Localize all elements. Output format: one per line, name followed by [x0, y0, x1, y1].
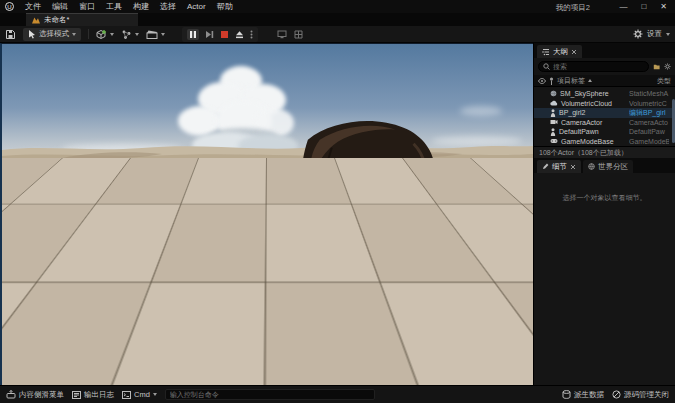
frame-skip-button[interactable] [205, 30, 214, 39]
tab-world-partition[interactable]: 世界分区 [583, 160, 633, 173]
details-empty-state: 选择一个对象以查看细节。 [534, 173, 675, 385]
asset-tab-bar: 未命名* [0, 13, 675, 26]
derived-data-icon [562, 390, 571, 399]
menu-tools[interactable]: 工具 [106, 1, 122, 12]
outliner-row-defaultpawn[interactable]: DefaultPawn DefaultPaw [534, 127, 675, 137]
camera-icon [550, 119, 558, 125]
left-joystick-knob[interactable] [80, 316, 114, 350]
close-button[interactable]: ✕ [660, 2, 667, 11]
actor-count-label: 108个Actor（108个已加载） [539, 148, 628, 158]
actor-name: VolumetricCloud [561, 100, 612, 107]
sort-ascending-icon [588, 79, 592, 82]
menu-build[interactable]: 构建 [133, 1, 149, 12]
column-item-label[interactable]: 项目标签 [557, 76, 585, 86]
minimize-button[interactable]: — [619, 2, 627, 11]
eject-button[interactable] [235, 30, 244, 39]
menu-help[interactable]: 帮助 [217, 1, 233, 12]
close-icon[interactable] [571, 49, 577, 55]
menu-actor[interactable]: Actor [187, 2, 206, 11]
outliner-rows: SM_SkySphere StaticMeshA VolumetricCloud… [534, 87, 675, 146]
kebab-menu-icon[interactable] [250, 30, 253, 39]
outliner-row-sm-skysphere[interactable]: SM_SkySphere StaticMeshA [534, 89, 675, 99]
eye-icon[interactable] [538, 78, 546, 84]
output-log-button[interactable]: 输出日志 [72, 390, 114, 400]
actor-type: DefaultPaw [629, 128, 669, 135]
cloud-icon [550, 100, 558, 106]
platforms-button[interactable] [277, 28, 287, 41]
chevron-down-icon [153, 393, 157, 396]
output-log-label: 输出日志 [84, 390, 114, 400]
level-tab-label: 未命名* [44, 15, 69, 25]
outliner-column-header: 项目标签 类型 [534, 75, 675, 87]
add-cube-icon [96, 29, 107, 40]
chevron-down-icon [161, 33, 165, 36]
toolbar-extra-button[interactable] [294, 28, 303, 41]
pin-icon[interactable] [549, 77, 554, 85]
blueprints-dropdown[interactable] [121, 28, 139, 41]
actor-name: DefaultPawn [559, 128, 599, 135]
stop-button[interactable] [220, 30, 229, 39]
close-icon[interactable] [570, 164, 576, 170]
menu-select[interactable]: 选择 [160, 1, 176, 12]
column-type[interactable]: 类型 [657, 76, 671, 86]
right-panel: 大纲 项目标签 类型 SM_SkySphere Stat [533, 43, 675, 385]
folder-icon[interactable] [653, 63, 660, 71]
cmd-dropdown[interactable]: Cmd [122, 390, 157, 399]
stop-icon [220, 30, 229, 39]
maximize-button[interactable]: □ [641, 2, 646, 11]
console-command-input[interactable] [165, 389, 375, 400]
pause-button[interactable] [187, 29, 199, 40]
outliner-row-volumetriccloud[interactable]: VolumetricCloud VolumetricC [534, 99, 675, 109]
output-log-icon [72, 391, 81, 399]
select-mode-dropdown[interactable]: 选择模式 [23, 28, 81, 41]
search-box[interactable] [538, 61, 649, 72]
menu-bar: U 文件 编辑 窗口 工具 构建 选择 Actor 帮助 我的项目2 — □ ✕ [0, 0, 675, 13]
save-icon [5, 29, 16, 40]
clapperboard-icon [146, 29, 158, 40]
derived-data-label: 派生数据 [574, 390, 604, 400]
menu-edit[interactable]: 编辑 [52, 1, 68, 12]
tab-details-label: 细节 [552, 162, 567, 172]
actor-type: CameraActo [629, 119, 669, 126]
source-control-button[interactable]: 源码管理关闭 [612, 390, 669, 400]
chevron-down-icon [666, 33, 670, 36]
level-tab-untitled[interactable]: 未命名* [26, 13, 138, 26]
main-area: 大纲 项目标签 类型 SM_SkySphere Stat [0, 43, 675, 385]
edit-blueprint-link[interactable]: 编辑BP_girl [629, 108, 669, 118]
right-joystick-knob[interactable] [430, 306, 462, 338]
outliner-row-bp-girl2[interactable]: BP_girl2 编辑BP_girl [534, 108, 675, 118]
search-icon [543, 63, 550, 70]
tab-world-partition-label: 世界分区 [598, 162, 628, 172]
console-icon [122, 391, 131, 399]
tab-outliner[interactable]: 大纲 [537, 45, 582, 58]
actor-type: StaticMeshA [629, 90, 669, 97]
source-control-off-icon [612, 390, 621, 399]
settings-dropdown[interactable]: 设置 [633, 29, 670, 39]
tab-outliner-label: 大纲 [553, 47, 568, 57]
pawn-icon [550, 128, 556, 136]
cinematics-dropdown[interactable] [146, 28, 165, 41]
level-viewport[interactable] [0, 43, 533, 385]
frame-skip-icon [205, 30, 214, 39]
content-drawer-button[interactable]: 内容侧滑菜单 [6, 390, 64, 400]
source-control-label: 源码管理关闭 [624, 390, 669, 400]
outliner-row-cameraactor[interactable]: CameraActor CameraActo [534, 118, 675, 128]
monitor-icon [277, 30, 287, 39]
gear-icon [633, 29, 643, 39]
add-actor-dropdown[interactable] [96, 28, 114, 41]
window-controls: — □ ✕ [619, 2, 667, 11]
menu-window[interactable]: 窗口 [79, 1, 95, 12]
tab-details[interactable]: 细节 [537, 160, 581, 173]
chevron-down-icon [135, 33, 139, 36]
search-input[interactable] [553, 63, 644, 70]
menu-file[interactable]: 文件 [25, 1, 41, 12]
grid-icon [294, 30, 303, 39]
pawn-icon [550, 109, 556, 117]
blueprints-icon [121, 29, 132, 40]
outliner-settings-gear-icon[interactable] [664, 62, 671, 71]
outliner-row-gamemodebase[interactable]: GameModeBase GameModeB [534, 137, 675, 147]
project-title: 我的项目2 [556, 3, 590, 13]
derived-data-button[interactable]: 派生数据 [562, 390, 604, 400]
save-button[interactable] [5, 28, 16, 41]
content-drawer-label: 内容侧滑菜单 [19, 390, 64, 400]
